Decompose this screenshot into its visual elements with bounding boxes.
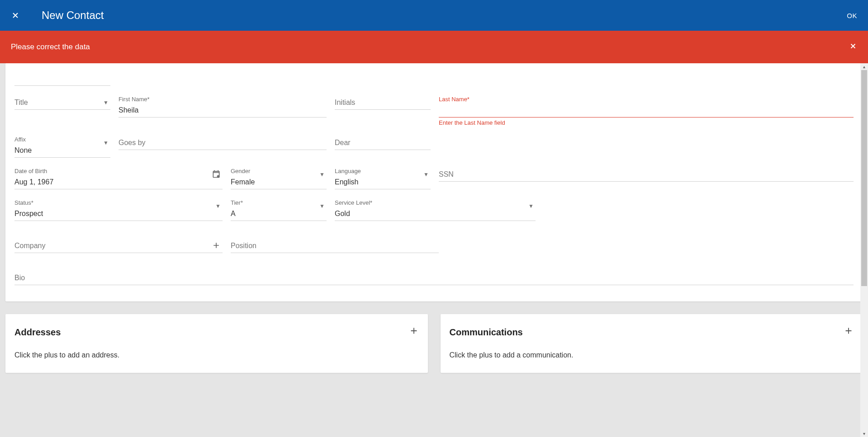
dob-input[interactable] — [14, 175, 223, 189]
bio-input[interactable] — [14, 271, 854, 285]
communications-panel: Communications Click the plus to add a c… — [441, 314, 863, 373]
position-field: Position — [231, 239, 439, 253]
last-name-input[interactable] — [439, 103, 854, 117]
status-label: Status* — [14, 199, 223, 206]
service-level-label: Service Level* — [335, 199, 536, 206]
last-name-label: Last Name* — [439, 96, 854, 103]
dismiss-error-button[interactable] — [849, 41, 857, 53]
affix-label: Affix — [14, 136, 110, 143]
addresses-title: Addresses — [14, 327, 409, 338]
affix-select[interactable] — [14, 144, 110, 158]
addresses-panel: Addresses Click the plus to add an addre… — [5, 314, 428, 373]
first-name-field: First Name* — [119, 96, 327, 126]
first-name-label: First Name* — [119, 96, 327, 103]
dialog-title: New Contact — [42, 9, 847, 22]
communications-hint: Click the plus to add a communication. — [450, 351, 854, 359]
position-input[interactable] — [231, 239, 439, 253]
language-select[interactable] — [335, 175, 431, 189]
title-field[interactable]: Title ▼ — [14, 96, 110, 126]
gender-label: Gender — [231, 168, 327, 174]
goes-by-field: Goes by — [119, 136, 327, 158]
error-message: Please correct the data — [11, 42, 849, 52]
gender-field[interactable]: Gender ▼ — [231, 168, 327, 189]
close-icon — [849, 42, 857, 50]
gender-select[interactable] — [231, 175, 327, 189]
ok-button[interactable]: OK — [847, 12, 857, 19]
scrollbar-track[interactable] — [860, 70, 868, 430]
service-level-select[interactable] — [335, 207, 536, 221]
last-name-field: Last Name* Enter the Last Name field — [439, 96, 854, 126]
status-field[interactable]: Status* ▼ — [14, 199, 223, 221]
error-banner: Please correct the data — [0, 31, 868, 63]
company-field: Company — [14, 239, 223, 253]
dear-field: Dear — [335, 136, 431, 158]
company-input[interactable] — [14, 239, 223, 253]
tier-select[interactable] — [231, 207, 327, 221]
initials-input[interactable] — [335, 96, 431, 110]
content-scroll-area[interactable]: Title ▼ First Name* Initials Last Name* … — [0, 63, 868, 437]
addresses-hint: Click the plus to add an address. — [14, 351, 419, 359]
scroll-down-icon[interactable]: ▾ — [863, 430, 865, 437]
add-communication-button[interactable] — [844, 326, 854, 338]
title-select[interactable] — [14, 96, 110, 110]
first-name-input[interactable] — [119, 103, 327, 117]
bio-field: Bio — [14, 271, 854, 285]
add-company-button[interactable] — [212, 241, 221, 251]
ssn-field: SSN — [439, 168, 854, 189]
scroll-up-icon[interactable]: ▴ — [863, 63, 865, 70]
vertical-scrollbar[interactable]: ▴ ▾ — [860, 63, 868, 437]
status-select[interactable] — [14, 207, 223, 221]
initials-field: Initials — [335, 96, 431, 126]
goes-by-input[interactable] — [119, 136, 327, 150]
service-level-field[interactable]: Service Level* ▼ — [335, 199, 536, 221]
add-address-button[interactable] — [409, 326, 419, 338]
dialog-header: New Contact OK — [0, 0, 868, 31]
sub-panels-row: Addresses Click the plus to add an addre… — [5, 314, 863, 373]
language-label: Language — [335, 168, 431, 174]
close-icon — [11, 11, 20, 20]
tier-label: Tier* — [231, 199, 327, 206]
close-dialog-button[interactable] — [11, 11, 20, 20]
scrollbar-thumb[interactable] — [861, 70, 867, 286]
affix-field[interactable]: Affix ▼ — [14, 136, 110, 158]
dob-label: Date of Birth — [14, 168, 223, 174]
language-field[interactable]: Language ▼ — [335, 168, 431, 189]
calendar-icon[interactable] — [212, 169, 221, 180]
communications-title: Communications — [450, 327, 844, 338]
dear-input[interactable] — [335, 136, 431, 150]
contact-form-card: Title ▼ First Name* Initials Last Name* … — [5, 63, 863, 301]
last-name-error: Enter the Last Name field — [439, 119, 854, 126]
field-stub — [14, 71, 110, 86]
tier-field[interactable]: Tier* ▼ — [231, 199, 327, 221]
ssn-input[interactable] — [439, 168, 854, 182]
dob-field: Date of Birth — [14, 168, 223, 189]
